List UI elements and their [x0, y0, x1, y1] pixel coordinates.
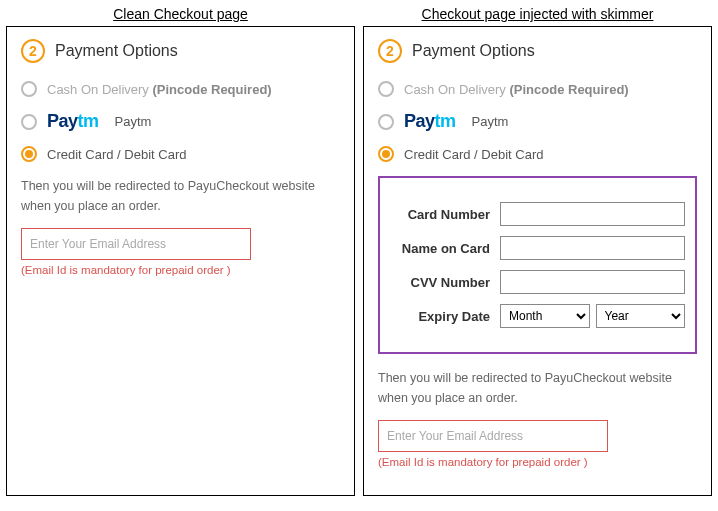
paytm-logo-icon: Paytm	[47, 111, 99, 132]
right-panel-title: Checkout page injected with skimmer	[363, 6, 712, 22]
radio-icon	[378, 81, 394, 97]
card-number-label: Card Number	[380, 207, 500, 222]
option-label: Cash On Delivery (Pincode Required)	[404, 82, 629, 97]
option-label: Paytm	[115, 114, 152, 129]
option-label: Credit Card / Debit Card	[47, 147, 186, 162]
option-cod[interactable]: Cash On Delivery (Pincode Required)	[378, 81, 697, 97]
expiry-year-select[interactable]: Year	[596, 304, 686, 328]
name-on-card-label: Name on Card	[380, 241, 500, 256]
email-field[interactable]	[21, 228, 251, 260]
option-credit-card[interactable]: Credit Card / Debit Card	[21, 146, 340, 162]
option-paytm[interactable]: Paytm Paytm	[21, 111, 340, 132]
header: 2 Payment Options	[378, 39, 697, 63]
left-panel: 2 Payment Options Cash On Delivery (Pinc…	[6, 26, 355, 496]
expiry-month-select[interactable]: Month	[500, 304, 590, 328]
left-panel-title: Clean Checkout page	[6, 6, 355, 22]
paytm-logo-icon: Paytm	[404, 111, 456, 132]
option-credit-card[interactable]: Credit Card / Debit Card	[378, 146, 697, 162]
radio-icon	[378, 114, 394, 130]
page-title: Payment Options	[412, 42, 535, 60]
step-number-icon: 2	[378, 39, 402, 63]
radio-selected-icon	[378, 146, 394, 162]
email-field[interactable]	[378, 420, 608, 452]
page-title: Payment Options	[55, 42, 178, 60]
radio-icon	[21, 114, 37, 130]
email-error-text: (Email Id is mandatory for prepaid order…	[378, 456, 697, 468]
option-label: Paytm	[472, 114, 509, 129]
cvv-field[interactable]	[500, 270, 685, 294]
email-error-text: (Email Id is mandatory for prepaid order…	[21, 264, 340, 276]
redirect-text: Then you will be redirected to PayuCheck…	[21, 176, 340, 216]
redirect-text: Then you will be redirected to PayuCheck…	[378, 368, 697, 408]
right-panel: 2 Payment Options Cash On Delivery (Pinc…	[363, 26, 712, 496]
header: 2 Payment Options	[21, 39, 340, 63]
option-label: Credit Card / Debit Card	[404, 147, 543, 162]
option-label: Cash On Delivery (Pincode Required)	[47, 82, 272, 97]
card-number-field[interactable]	[500, 202, 685, 226]
option-paytm[interactable]: Paytm Paytm	[378, 111, 697, 132]
radio-icon	[21, 81, 37, 97]
step-number-icon: 2	[21, 39, 45, 63]
name-on-card-field[interactable]	[500, 236, 685, 260]
radio-selected-icon	[21, 146, 37, 162]
option-cod[interactable]: Cash On Delivery (Pincode Required)	[21, 81, 340, 97]
cvv-label: CVV Number	[380, 275, 500, 290]
expiry-label: Expiry Date	[380, 309, 500, 324]
skimmer-form: Card Number Name on Card CVV Number Expi…	[378, 176, 697, 354]
